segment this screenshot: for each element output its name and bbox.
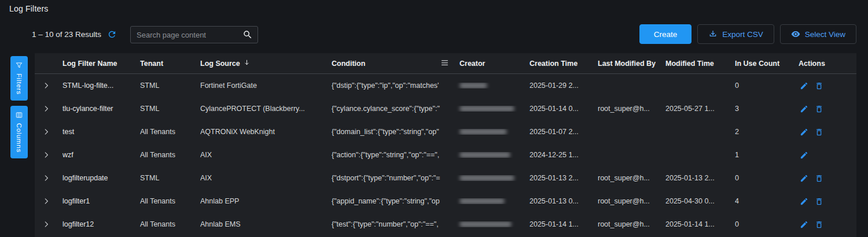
condition: {"action":{"type":"string","op":"==", (332, 151, 456, 159)
search-icon[interactable] (242, 29, 253, 40)
modified-time: 2025-05-27 1... (665, 105, 735, 113)
download-icon (708, 29, 718, 39)
tenant: All Tenants (140, 220, 200, 228)
log-filter-name: logfilter12 (62, 220, 140, 228)
edit-filter-button[interactable] (800, 174, 808, 183)
edit-filter-button[interactable] (800, 82, 808, 90)
in-use-count: 0 (735, 220, 799, 228)
table-row: tlu-cylance-filter STML CylancePROTECT (… (35, 97, 856, 120)
delete-filter-button[interactable] (815, 105, 823, 113)
header-creation-time[interactable]: Creation Time (529, 60, 598, 68)
expand-row-icon[interactable] (42, 151, 50, 159)
select-view-button[interactable]: Select View (780, 24, 856, 44)
tab-columns[interactable]: Columns (10, 106, 28, 158)
header-log-source[interactable]: Log Source (200, 59, 332, 68)
header-tenant[interactable]: Tenant (140, 60, 200, 68)
pencil-icon (800, 128, 808, 136)
tenant: All Tenants (140, 197, 200, 205)
pencil-icon (800, 174, 808, 183)
pencil-icon (800, 151, 808, 160)
tab-filters[interactable]: Filters (10, 56, 28, 101)
table-row: wzf All Tenants AIX {"action":{"type":"s… (35, 143, 856, 166)
log-filters-page: Log Filters 1 – 10 of 23 Results Create … (0, 0, 868, 237)
condition: {"dstport":{"type":"number","op":"= (332, 174, 456, 182)
tenant: STML (140, 174, 200, 182)
creation-time: 2025-01-13 2... (529, 174, 598, 182)
search-box (130, 26, 258, 43)
delete-filter-button[interactable] (815, 82, 823, 90)
sort-descending-icon (243, 59, 251, 68)
delete-filter-button[interactable] (815, 220, 823, 229)
top-actions: Create Export CSV Select View (639, 24, 856, 44)
log-source: Ahnlab EPP (200, 197, 332, 205)
expand-row-icon[interactable] (42, 82, 50, 90)
in-use-count: 0 (735, 82, 799, 90)
creation-time: 2024-12-25 1... (529, 151, 598, 159)
creator-redacted (459, 152, 510, 158)
log-source: Ahnlab EMS (200, 220, 332, 228)
condition: {"appid_name":{"type":"string","op (332, 197, 456, 205)
header-condition[interactable]: Condition (332, 58, 456, 69)
condition: {"test":{"type":"number","op":"==", (332, 220, 456, 228)
expand-row-icon[interactable] (42, 105, 50, 113)
pencil-icon (800, 220, 808, 229)
in-use-count: 1 (735, 151, 799, 159)
log-source: AIX (200, 151, 332, 159)
table-row: logfilter1 All Tenants Ahnlab EPP {"appi… (35, 190, 856, 213)
page-title: Log Filters (9, 4, 49, 13)
refresh-icon[interactable] (107, 29, 117, 39)
in-use-count: 0 (735, 174, 799, 182)
trash-icon (815, 82, 823, 90)
table-header-row: Log Filter Name Tenant Log Source Condit… (35, 53, 856, 74)
creation-time: 2025-01-13 0... (529, 197, 598, 205)
edit-filter-button[interactable] (800, 151, 808, 160)
log-filter-name: test (62, 128, 140, 136)
last-modified-by: root_super@h... (598, 174, 665, 182)
header-modified-time[interactable]: Modified Time (665, 60, 735, 68)
modified-time: 2025-04-30 0... (665, 197, 735, 205)
in-use-count: 3 (735, 105, 799, 113)
tenant: STML (140, 82, 200, 90)
table-row: test All Tenants AQTRONiX WebKnight {"do… (35, 120, 856, 143)
export-csv-button[interactable]: Export CSV (697, 24, 774, 44)
header-creator[interactable]: Creator (456, 60, 529, 68)
log-source: Fortinet FortiGate (200, 82, 332, 90)
delete-filter-button[interactable] (815, 128, 823, 136)
edit-filter-button[interactable] (800, 220, 808, 229)
edit-filter-button[interactable] (800, 197, 808, 206)
header-log-filter-name[interactable]: Log Filter Name (62, 60, 140, 68)
header-last-modified-by[interactable]: Last Modified By (598, 60, 665, 68)
in-use-count: 4 (735, 197, 799, 205)
trash-icon (815, 128, 823, 136)
tenant: STML (140, 105, 200, 113)
creator-redacted (459, 198, 505, 204)
last-modified-by: root_super@h... (598, 105, 665, 113)
edit-filter-button[interactable] (800, 128, 808, 136)
log-filter-name: tlu-cylance-filter (62, 105, 140, 113)
log-filters-table: Log Filter Name Tenant Log Source Condit… (35, 53, 856, 237)
last-modified-by: root_super@h... (598, 197, 665, 205)
delete-filter-button[interactable] (815, 174, 823, 183)
expand-row-icon[interactable] (42, 197, 50, 205)
filter-funnel-icon (15, 61, 23, 69)
column-menu-icon[interactable] (440, 58, 449, 69)
delete-filter-button[interactable] (815, 197, 823, 206)
expand-row-icon[interactable] (42, 174, 50, 182)
table-body: STML-log-filte... STML Fortinet FortiGat… (35, 74, 856, 236)
create-button[interactable]: Create (639, 24, 692, 44)
condition: {"domain_list":{"type":"string","op" (332, 128, 456, 136)
trash-icon (815, 220, 823, 229)
log-source: CylancePROTECT (Blackberry... (200, 105, 332, 113)
expand-row-icon[interactable] (42, 220, 50, 228)
pencil-icon (800, 105, 808, 113)
tenant: All Tenants (140, 151, 200, 159)
expand-row-icon[interactable] (42, 128, 50, 136)
last-modified-by: root_super@h... (598, 220, 665, 228)
creator-redacted (459, 221, 512, 227)
trash-icon (815, 105, 823, 113)
eye-icon (791, 29, 800, 39)
edit-filter-button[interactable] (800, 105, 808, 113)
condition: {"cylance.cylance_score":{"type":" (332, 105, 456, 113)
header-in-use-count[interactable]: In Use Count (735, 60, 799, 68)
search-input[interactable] (131, 27, 242, 43)
